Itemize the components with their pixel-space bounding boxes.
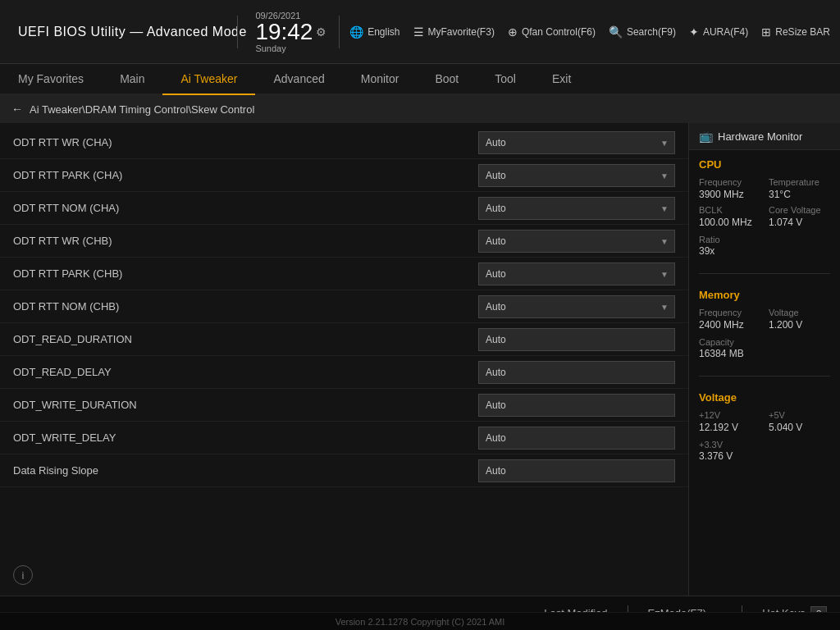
setting-label-odt-read-delay: ODT_READ_DELAY: [13, 366, 478, 378]
aura-label: AURA(F4): [703, 26, 748, 38]
nav-boot[interactable]: Boot: [417, 64, 477, 95]
hw-v33-label: +3.3V: [699, 440, 723, 450]
breadcrumb-text: Ai Tweaker\DRAM Timing Control\Skew Cont…: [30, 103, 254, 116]
hw-voltage-title: Voltage: [699, 391, 830, 404]
select-odt-rtt-wr-cha[interactable]: Auto: [478, 131, 675, 154]
hw-mem-capacity-value: 16384 MB: [699, 348, 830, 359]
hw-cpu-voltage-value: 1.074 V: [769, 217, 830, 228]
hw-monitor: 📺 Hardware Monitor CPU Frequency 3900 MH…: [688, 123, 840, 596]
top-actions: 🌐 English ☰ MyFavorite(F3) ⊕ Qfan Contro…: [349, 25, 830, 39]
input-data-rising-slope[interactable]: [478, 459, 675, 482]
nav-monitor[interactable]: Monitor: [343, 64, 418, 95]
setting-row-odt-write-duration: ODT_WRITE_DURATION: [0, 389, 688, 422]
hw-cpu-voltage-col: Core Voltage 1.074 V: [769, 205, 830, 228]
setting-row-odt-read-delay: ODT_READ_DELAY: [0, 356, 688, 389]
hw-divider-2: [699, 376, 830, 377]
hw-cpu-ratio-value: 39x: [699, 245, 830, 257]
time-display: 19:42: [255, 21, 313, 43]
favorite-icon: ☰: [413, 25, 424, 39]
main-layout: ODT RTT WR (CHA) Auto ▼ ODT RTT PARK (CH…: [0, 123, 840, 596]
resize-label: ReSize BAR: [775, 26, 830, 38]
nav-ai-tweaker[interactable]: Ai Tweaker: [162, 64, 255, 95]
hw-v12-v5-row: +12V 12.192 V +5V 5.040 V: [699, 410, 830, 433]
bios-title: UEFI BIOS Utility — Advanced Mode: [18, 25, 247, 39]
search-icon: 🔍: [609, 25, 623, 39]
hw-cpu-freq-label: Frequency: [699, 177, 760, 187]
search-label: Search(F9): [627, 26, 676, 38]
hw-v5-col: +5V 5.040 V: [769, 410, 830, 433]
hw-v33-group: +3.3V 3.376 V: [699, 438, 830, 462]
hw-title: Hardware Monitor: [718, 130, 802, 143]
language-icon: 🌐: [349, 25, 363, 39]
nav-advanced[interactable]: Advanced: [255, 64, 342, 95]
hw-cpu-ratio-label: Ratio: [699, 235, 720, 244]
qfan-button[interactable]: ⊕ Qfan Control(F6): [508, 25, 596, 39]
hw-cpu-voltage-label: Core Voltage: [769, 205, 830, 215]
hw-cpu-bclk-col: BCLK 100.00 MHz: [699, 205, 760, 228]
language-selector[interactable]: 🌐 English: [349, 25, 399, 39]
monitor-icon: 📺: [699, 130, 713, 143]
hw-cpu-ratio-group: Ratio 39x: [699, 233, 830, 257]
setting-label-odt-rtt-nom-cha: ODT RTT NOM (CHA): [13, 202, 478, 214]
setting-row-data-rising-slope: Data Rising Slope: [0, 454, 688, 487]
hw-v12-value: 12.192 V: [699, 422, 760, 433]
breadcrumb-back-button[interactable]: ←: [11, 103, 23, 116]
hw-cpu-freq-col: Frequency 3900 MHz: [699, 177, 760, 200]
aura-icon: ✦: [689, 25, 699, 39]
setting-label-odt-read-duration: ODT_READ_DURATION: [13, 333, 478, 345]
select-odt-rtt-nom-chb[interactable]: Auto: [478, 295, 675, 318]
setting-control-odt-rtt-wr-chb[interactable]: Auto ▼: [478, 230, 675, 253]
setting-control-odt-rtt-nom-chb[interactable]: Auto ▼: [478, 295, 675, 318]
setting-row-odt-read-duration: ODT_READ_DURATION: [0, 323, 688, 356]
setting-control-odt-rtt-wr-cha[interactable]: Auto ▼: [478, 131, 675, 154]
hw-mem-freq-label: Frequency: [699, 308, 760, 317]
breadcrumb-bar: ← Ai Tweaker\DRAM Timing Control\Skew Co…: [0, 95, 840, 123]
aura-button[interactable]: ✦ AURA(F4): [689, 25, 748, 39]
select-odt-rtt-park-chb[interactable]: Auto: [478, 262, 675, 285]
setting-label-odt-write-duration: ODT_WRITE_DURATION: [13, 399, 478, 411]
setting-label-odt-rtt-wr-chb: ODT RTT WR (CHB): [13, 235, 478, 247]
nav-main[interactable]: Main: [102, 64, 162, 95]
setting-control-odt-rtt-park-chb[interactable]: Auto ▼: [478, 262, 675, 285]
setting-row-odt-rtt-wr-chb: ODT RTT WR (CHB) Auto ▼: [0, 225, 688, 258]
setting-control-odt-rtt-park-cha[interactable]: Auto ▼: [478, 164, 675, 187]
input-odt-read-duration[interactable]: [478, 328, 675, 351]
settings-panel: ODT RTT WR (CHA) Auto ▼ ODT RTT PARK (CH…: [0, 123, 688, 596]
hw-mem-voltage-col: Voltage 1.200 V: [769, 308, 830, 331]
hw-voltage-section: Voltage +12V 12.192 V +5V 5.040 V +3.3V …: [689, 383, 840, 472]
input-odt-write-delay[interactable]: [478, 427, 675, 450]
info-button[interactable]: i: [13, 565, 33, 585]
hw-cpu-temp-col: Temperature 31°C: [769, 177, 830, 200]
hw-mem-freq-col: Frequency 2400 MHz: [699, 308, 760, 331]
hw-cpu-section: CPU Frequency 3900 MHz Temperature 31°C …: [689, 150, 840, 267]
setting-label-odt-rtt-park-chb: ODT RTT PARK (CHB): [13, 267, 478, 280]
hw-v12-col: +12V 12.192 V: [699, 410, 760, 433]
hw-v5-label: +5V: [769, 410, 830, 420]
hw-mem-freq-value: 2400 MHz: [699, 319, 760, 331]
hw-divider-1: [699, 273, 830, 274]
select-odt-rtt-wr-chb[interactable]: Auto: [478, 230, 675, 253]
hw-title-bar: 📺 Hardware Monitor: [689, 123, 840, 150]
search-button[interactable]: 🔍 Search(F9): [609, 25, 676, 39]
nav-tool[interactable]: Tool: [477, 64, 534, 95]
setting-label-odt-rtt-nom-chb: ODT RTT NOM (CHB): [13, 300, 478, 313]
my-favorite-button[interactable]: ☰ MyFavorite(F3): [413, 25, 495, 39]
setting-row-odt-write-delay: ODT_WRITE_DELAY: [0, 422, 688, 454]
setting-row-odt-rtt-nom-chb: ODT RTT NOM (CHB) Auto ▼: [0, 290, 688, 323]
select-odt-rtt-nom-cha[interactable]: Auto: [478, 197, 675, 220]
setting-control-odt-rtt-nom-cha[interactable]: Auto ▼: [478, 197, 675, 220]
datetime-area: 09/26/2021 19:42 ⚙ Sunday: [255, 11, 329, 53]
setting-row-odt-rtt-park-chb: ODT RTT PARK (CHB) Auto ▼: [0, 258, 688, 290]
qfan-icon: ⊕: [508, 25, 518, 39]
resize-bar-button[interactable]: ⊞ ReSize BAR: [761, 25, 830, 39]
nav-my-favorites[interactable]: My Favorites: [0, 64, 102, 95]
hw-cpu-freq-value: 3900 MHz: [699, 189, 760, 200]
input-odt-write-duration[interactable]: [478, 394, 675, 417]
nav-exit[interactable]: Exit: [534, 64, 589, 95]
input-odt-read-delay[interactable]: [478, 361, 675, 384]
time-settings-icon[interactable]: ⚙: [316, 25, 326, 39]
top-divider-2: [339, 16, 340, 48]
version-bar: Version 2.21.1278 Copyright (C) 2021 AMI: [0, 612, 840, 630]
select-odt-rtt-park-cha[interactable]: Auto: [478, 164, 675, 187]
hw-cpu-bclk-voltage-row: BCLK 100.00 MHz Core Voltage 1.074 V: [699, 205, 830, 228]
